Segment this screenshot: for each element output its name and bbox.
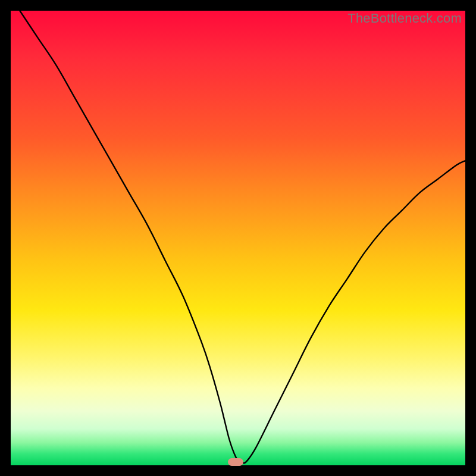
bottleneck-curve [11, 11, 465, 465]
optimal-point-marker [228, 458, 243, 466]
chart-stage: TheBottleneck.com [0, 0, 476, 476]
plot-area: TheBottleneck.com [11, 11, 465, 465]
curve-path [20, 11, 465, 463]
